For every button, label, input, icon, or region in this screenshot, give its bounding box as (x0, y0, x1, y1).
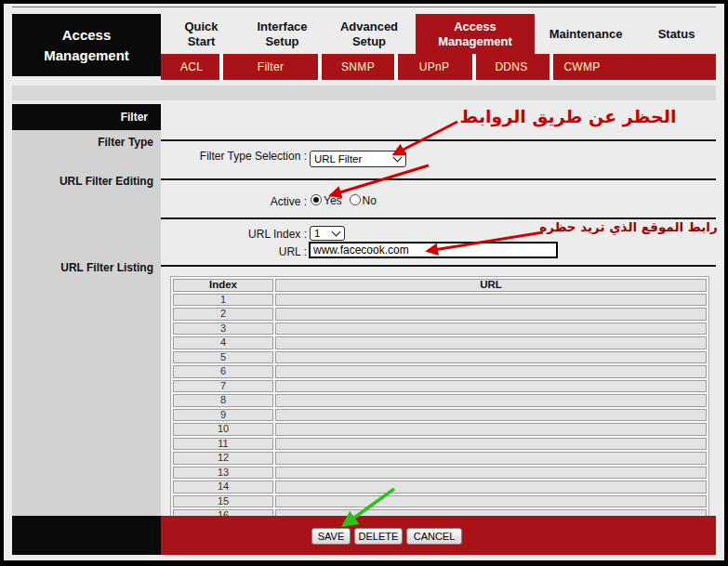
index-cell: 8 (173, 394, 273, 407)
subtab-filter[interactable]: Filter (227, 54, 314, 80)
table-row: 12 (173, 452, 707, 465)
url-cell (275, 380, 707, 393)
index-cell: 5 (173, 351, 273, 364)
tab-quick-start[interactable]: Quick Start (161, 14, 242, 54)
radio-yes[interactable] (311, 194, 322, 205)
url-index-select-value: 1 (314, 228, 320, 239)
footer-sidebar-block (12, 516, 161, 555)
router-admin-window: Access Management Quick Start Interface … (0, 0, 728, 566)
url-cell (275, 365, 707, 378)
radio-no-label[interactable]: No (363, 194, 377, 207)
filter-type-selection-label: Filter Type Selection : (161, 150, 307, 163)
url-index-select[interactable]: 1 (310, 226, 345, 241)
table-row: 9 (173, 409, 707, 422)
table-row: 13 (173, 467, 707, 480)
subtab-acl[interactable]: ACL (161, 54, 222, 80)
sidebar-item-filter-type: Filter Type (12, 136, 161, 149)
table-row: 3 (173, 322, 707, 336)
app-title-box: Access Management (12, 14, 161, 76)
url-filter-listing: Index URL 12345678910111213141516 (170, 276, 709, 525)
index-cell: 7 (173, 380, 273, 393)
sidebar-item-url-filter-listing: URL Filter Listing (12, 261, 161, 274)
url-cell (275, 294, 707, 307)
table-row: 4 (173, 336, 707, 349)
index-cell: 6 (173, 365, 273, 378)
active-label: Active : (161, 195, 307, 208)
url-cell (275, 467, 707, 480)
table-row: 1 (173, 294, 707, 307)
chevron-down-icon (332, 228, 341, 237)
table-row: 7 (173, 380, 707, 393)
index-cell: 2 (173, 308, 273, 321)
chevron-down-icon (393, 153, 403, 163)
index-cell: 10 (173, 423, 273, 436)
subtab-ddns[interactable]: DDNS (478, 54, 545, 80)
table-header-url: URL (275, 279, 707, 292)
save-button[interactable]: SAVE (311, 528, 351, 545)
url-cell (275, 480, 707, 494)
url-label: URL : (161, 245, 307, 258)
filter-type-select[interactable]: URL Filter (310, 151, 406, 167)
index-cell: 3 (173, 322, 273, 336)
table-row: 6 (173, 365, 707, 378)
url-cell (275, 308, 707, 321)
url-cell (275, 336, 707, 349)
annotation-site-link-to-block: رابط الموقع الذي تريد حظره (535, 219, 722, 234)
table-row: 11 (173, 438, 707, 451)
subtab-cwmp[interactable]: CWMP (554, 54, 610, 80)
url-cell (275, 495, 707, 508)
table-row: 8 (173, 394, 707, 407)
tab-access-management[interactable]: Access Management (416, 14, 535, 54)
url-cell (275, 351, 707, 364)
subnav-separator (219, 54, 223, 80)
section-divider (161, 139, 716, 141)
index-cell: 9 (173, 409, 273, 422)
url-cell (275, 394, 707, 407)
radio-yes-label[interactable]: Yes (324, 194, 342, 207)
table-row: 14 (173, 480, 707, 494)
tab-status[interactable]: Status (637, 14, 716, 54)
table-row: 5 (173, 351, 707, 364)
table-row: 10 (173, 423, 707, 436)
index-cell: 14 (173, 480, 273, 494)
subtab-snmp[interactable]: SNMP (324, 54, 392, 80)
radio-no[interactable] (350, 194, 361, 205)
url-cell (275, 322, 707, 336)
subtab-upnp[interactable]: UPnP (400, 54, 469, 80)
url-cell (275, 452, 707, 465)
url-index-label: URL Index : (161, 228, 307, 241)
tab-interface-setup[interactable]: Interface Setup (242, 14, 323, 54)
section-divider (161, 178, 716, 180)
url-cell (275, 438, 707, 451)
app-title: Access Management (29, 25, 144, 66)
table-row: 2 (173, 308, 707, 321)
annotation-block-via-links: الحظر عن طريق الروابط (435, 106, 701, 126)
tab-maintenance[interactable]: Maintenance (535, 14, 637, 54)
index-cell: 1 (173, 294, 273, 307)
subnav-separator (549, 54, 553, 80)
tab-advanced-setup[interactable]: Advanced Setup (323, 14, 416, 54)
index-cell: 15 (173, 495, 273, 508)
filter-type-select-value: URL Filter (314, 153, 362, 165)
subnav-separator (318, 54, 322, 80)
delete-button[interactable]: DELETE (354, 528, 403, 545)
table-header-index: Index (173, 279, 273, 292)
table-header-row: Index URL (173, 279, 707, 292)
url-filter-table: Index URL 12345678910111213141516 (170, 276, 709, 525)
cancel-button[interactable]: CANCEL (406, 528, 462, 545)
section-divider (161, 265, 716, 267)
index-cell: 13 (173, 467, 273, 480)
url-filter-table-body: 12345678910111213141516 (173, 294, 707, 522)
active-radio-group: Yes No (311, 192, 384, 207)
subnav-separator (394, 54, 398, 80)
subnav-separator (472, 54, 476, 80)
index-cell: 11 (173, 438, 273, 451)
sidebar-item-url-filter-editing: URL Filter Editing (12, 175, 161, 188)
top-divider (12, 7, 716, 7)
url-input[interactable] (309, 242, 558, 258)
sidebar-section-title: Filter (12, 104, 161, 130)
url-cell (275, 409, 707, 422)
index-cell: 4 (173, 336, 273, 349)
header-content-divider (12, 86, 716, 100)
sidebar (12, 130, 161, 516)
